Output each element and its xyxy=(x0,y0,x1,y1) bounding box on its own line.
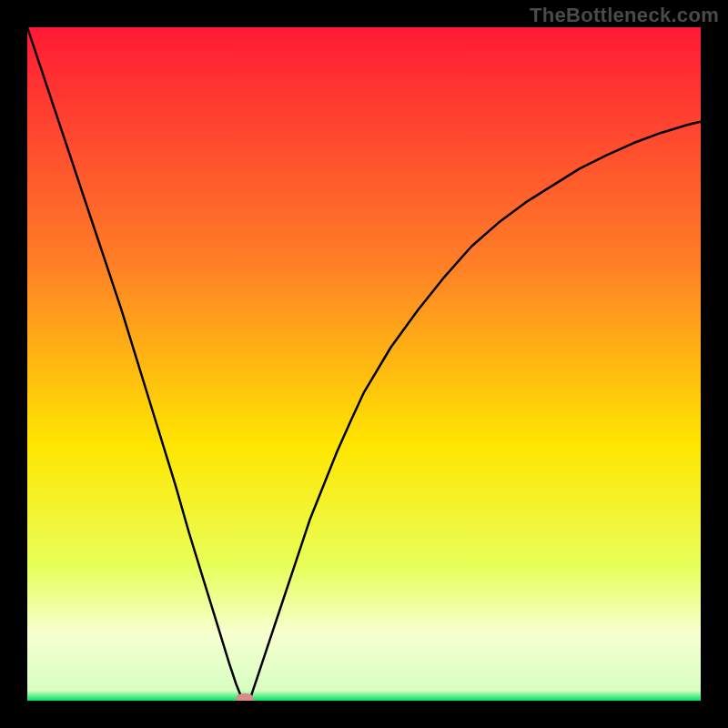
plot-area xyxy=(27,27,701,701)
chart-frame: { "watermark": "TheBottleneck.com", "col… xyxy=(0,0,728,728)
gradient-rect xyxy=(27,27,701,701)
watermark-text: TheBottleneck.com xyxy=(530,4,719,27)
bottleneck-chart xyxy=(27,27,701,701)
